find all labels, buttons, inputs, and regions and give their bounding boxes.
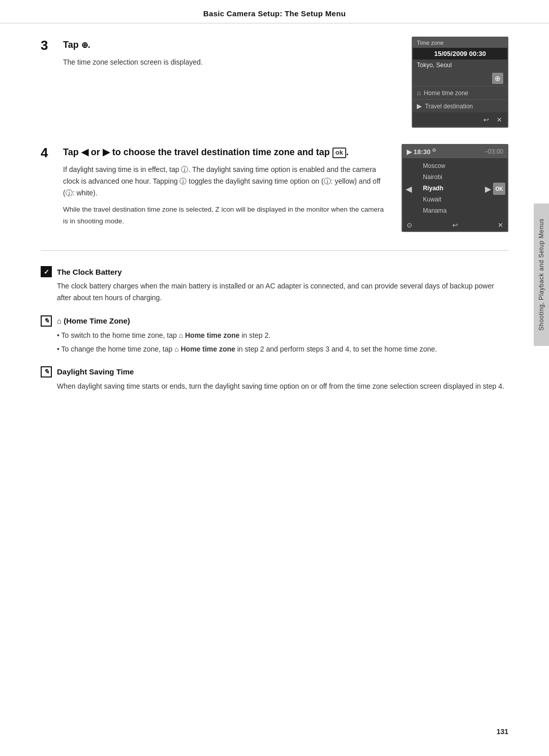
dst-body: When daylight saving time starts or ends… bbox=[41, 381, 508, 392]
step-4-number: 4 bbox=[41, 145, 63, 232]
cs2-offset: −03:00 bbox=[484, 148, 503, 155]
note-clock-battery: ✓ The Clock Battery The clock battery ch… bbox=[41, 266, 508, 304]
globe-icon: ⊕ bbox=[81, 40, 88, 51]
cs2-topbar: ▶ 18:30 ⊙ −03:00 bbox=[403, 145, 507, 158]
cs-time-zone-label: Time zone bbox=[413, 38, 507, 48]
page-number: 131 bbox=[497, 728, 508, 736]
home-tz-body: • To switch to the home time zone, tap ⌂… bbox=[41, 330, 508, 355]
cs-home-label: Home time zone bbox=[424, 90, 468, 97]
city-manama: Manama bbox=[417, 205, 477, 216]
home-tz-bullet-1: • To switch to the home time zone, tap ⌂… bbox=[57, 330, 508, 341]
note-dst-header: ✎ Daylight Saving Time bbox=[41, 366, 508, 377]
step-3-number: 3 bbox=[41, 38, 63, 128]
home-tz-title: ⌂ (Home Time Zone) bbox=[57, 316, 130, 325]
step4-camera-screen: ▶ 18:30 ⊙ −03:00 Moscow Nairobi Riyadh K… bbox=[402, 144, 508, 232]
note-clock-battery-header: ✓ The Clock Battery bbox=[41, 266, 508, 277]
ok-button[interactable]: OK bbox=[493, 183, 505, 195]
cs2-dst-icon: ⊙ bbox=[407, 221, 412, 229]
step3-camera-screen: Time zone 15/05/2009 00:30 Tokyo, Seoul … bbox=[412, 37, 508, 128]
cs2-undo-icon[interactable]: ↩ bbox=[452, 221, 458, 229]
page-title: Basic Camera Setup: The Setup Menu bbox=[203, 9, 346, 18]
city-moscow: Moscow bbox=[417, 160, 477, 171]
step-3: 3 Time zone 15/05/2009 00:30 Tokyo, Seou… bbox=[41, 39, 508, 128]
cs2-list-container: Moscow Nairobi Riyadh Kuwait Manama ◀ ▶ … bbox=[403, 158, 507, 219]
side-label: Shooting, Playback and Setup Menus bbox=[534, 203, 549, 346]
check-icon: ✓ bbox=[41, 266, 52, 277]
cs-travel-dest-item[interactable]: ▶ Travel destination bbox=[413, 99, 507, 112]
cs2-bottom-row: ⊙ ↩ ✕ bbox=[403, 219, 507, 231]
note-home-tz-header: ✎ ⌂ (Home Time Zone) bbox=[41, 315, 508, 327]
cs-travel-icon: ▶ bbox=[417, 102, 422, 110]
city-kuwait: Kuwait bbox=[417, 194, 477, 205]
cs-home-icon: ⌂ bbox=[417, 89, 421, 97]
pencil-icon-2: ✎ bbox=[41, 366, 52, 377]
cs-icon-row: ⊕ bbox=[413, 71, 507, 86]
ok-box: ok bbox=[332, 148, 346, 158]
step-4: 4 ▶ 18:30 ⊙ −03:00 Moscow Nairobi bbox=[41, 146, 508, 232]
note-daylight-saving: ✎ Daylight Saving Time When daylight sav… bbox=[41, 366, 508, 392]
cs-city: Tokyo, Seoul bbox=[413, 60, 507, 71]
step-4-body: ▶ 18:30 ⊙ −03:00 Moscow Nairobi Riyadh K… bbox=[63, 146, 508, 232]
home-time-zone-bold-2: Home time zone bbox=[180, 345, 235, 353]
step-3-body: Time zone 15/05/2009 00:30 Tokyo, Seoul … bbox=[63, 39, 508, 128]
section-divider bbox=[41, 250, 508, 251]
cs-travel-label: Travel destination bbox=[425, 103, 473, 110]
cs2-city-list: Moscow Nairobi Riyadh Kuwait Manama bbox=[403, 158, 507, 218]
cs-undo-btn[interactable]: ↩ bbox=[481, 114, 491, 125]
nav-left-icon[interactable]: ◀ bbox=[406, 184, 412, 194]
cs-action-row: ↩ ✕ bbox=[413, 112, 507, 127]
city-nairobi: Nairobi bbox=[417, 171, 477, 183]
cs-globe-btn[interactable]: ⊕ bbox=[492, 73, 503, 84]
pencil-icon-1: ✎ bbox=[41, 315, 52, 327]
home-tz-bullet-2: • To change the home time zone, tap ⌂ Ho… bbox=[57, 343, 508, 355]
nav-right-icon[interactable]: ▶ bbox=[485, 184, 491, 194]
page-header: Basic Camera Setup: The Setup Menu bbox=[0, 0, 549, 23]
cs-datetime: 15/05/2009 00:30 bbox=[413, 48, 507, 60]
cs-close-btn[interactable]: ✕ bbox=[494, 114, 504, 125]
clock-battery-title: The Clock Battery bbox=[57, 268, 122, 276]
cs2-time: ▶ 18:30 ⊙ bbox=[407, 148, 436, 156]
cs2-close-icon[interactable]: ✕ bbox=[498, 221, 503, 229]
clock-battery-body: The clock battery charges when the main … bbox=[41, 280, 508, 304]
note-home-time-zone: ✎ ⌂ (Home Time Zone) • To switch to the … bbox=[41, 315, 508, 355]
city-riyadh: Riyadh bbox=[417, 183, 477, 194]
home-time-zone-bold-1: Home time zone bbox=[185, 331, 239, 339]
cs-home-time-zone-item[interactable]: ⌂ Home time zone bbox=[413, 86, 507, 99]
dst-title: Daylight Saving Time bbox=[57, 367, 134, 376]
